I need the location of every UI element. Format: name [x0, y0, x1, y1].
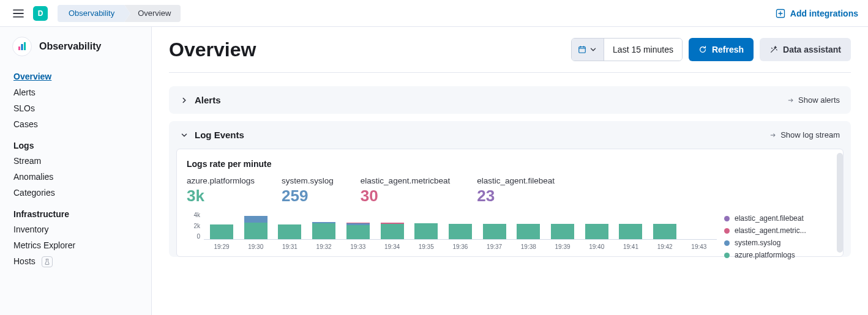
show-alerts-link[interactable]: Show alerts [787, 95, 840, 105]
breadcrumb-observability[interactable]: Observability [58, 5, 124, 22]
legend-item[interactable]: elastic_agent.metric... [724, 226, 828, 235]
legend-item[interactable]: elastic_agent.filebeat [724, 214, 828, 223]
legend-swatch [724, 240, 730, 246]
observability-icon [12, 37, 32, 56]
sidebar-item-cases[interactable]: Cases [0, 116, 151, 132]
stacked-bar [483, 224, 506, 240]
breadcrumb: Observability Overview [58, 5, 181, 22]
calendar-icon [578, 45, 586, 54]
stat-name: elastic_agent.filebeat [477, 176, 555, 185]
bar-column [446, 224, 474, 240]
stats-row: azure.platformlogs3ksystem.syslog259elas… [187, 176, 833, 206]
sidebar-item-slos[interactable]: SLOs [0, 100, 151, 116]
legend-item[interactable]: system.syslog [724, 239, 828, 247]
bar-column [583, 224, 611, 240]
scrollbar[interactable] [837, 153, 843, 253]
show-alerts-label: Show alerts [798, 95, 840, 105]
svg-rect-1 [18, 46, 20, 50]
legend-label: azure.platformlogs [735, 251, 795, 259]
time-picker-button[interactable] [572, 39, 604, 61]
sidebar-item-hosts[interactable]: Hosts [0, 253, 151, 270]
show-log-stream-label: Show log stream [780, 130, 840, 139]
bar-column [208, 224, 236, 240]
sidebar-section-logs: Logs [0, 132, 151, 153]
arrow-right-icon [769, 132, 777, 139]
sidebar-item-overview[interactable]: Overview [0, 69, 151, 84]
bar-column [481, 224, 509, 240]
x-tick: 19:39 [555, 243, 571, 250]
time-picker-label[interactable]: Last 15 minutes [604, 39, 682, 61]
stat-name: elastic_agent.metricbeat [361, 176, 450, 185]
stacked-bar [244, 216, 268, 240]
svg-rect-2 [21, 44, 23, 50]
bar-segment [244, 223, 268, 240]
bar-column [275, 224, 304, 240]
legend-swatch [724, 228, 730, 234]
bar-column [616, 224, 645, 240]
x-tick: 19:30 [248, 243, 263, 250]
chevron-down-icon [589, 45, 597, 54]
stacked-bar [346, 223, 370, 240]
x-tick: 19:38 [521, 243, 536, 250]
refresh-button[interactable]: Refresh [689, 38, 754, 61]
x-tick: 19:42 [657, 243, 673, 250]
sidebar-item-metrics-explorer[interactable]: Metrics Explorer [0, 237, 151, 253]
time-picker: Last 15 minutes [571, 38, 683, 61]
x-tick: 19:43 [691, 243, 706, 250]
bar-segment [585, 224, 608, 240]
sidebar-item-inventory[interactable]: Inventory [0, 221, 151, 237]
show-log-stream-link[interactable]: Show log stream [769, 130, 840, 139]
sidebar-item-alerts[interactable]: Alerts [0, 84, 151, 100]
legend-swatch [724, 216, 730, 221]
bar-segment [346, 225, 370, 240]
plus-in-box-icon [776, 9, 785, 18]
bar-segment [278, 224, 301, 240]
sidebar-item-categories[interactable]: Categories [0, 185, 151, 201]
stacked-bar [551, 224, 574, 240]
data-assistant-button[interactable]: Data assistant [760, 38, 851, 61]
stat-value: 259 [282, 187, 334, 206]
ytick: 2k [193, 223, 200, 229]
stat-name: system.syslog [282, 176, 334, 185]
bar-segment [381, 224, 404, 240]
beta-icon [42, 256, 53, 267]
bar-column [344, 223, 372, 240]
space-avatar[interactable]: D [33, 6, 48, 21]
bar-column [651, 224, 679, 240]
x-tick: 19:34 [384, 243, 400, 250]
legend-swatch [724, 253, 730, 258]
bar-column [412, 223, 440, 240]
sidebar-item-stream[interactable]: Stream [0, 153, 151, 169]
x-tick: 19:41 [623, 243, 638, 250]
legend-item[interactable]: azure.platformlogs [724, 251, 828, 259]
svg-rect-4 [579, 47, 586, 53]
stat-value: 3k [187, 187, 255, 206]
hamburger-icon [13, 8, 24, 19]
x-tick: 19:35 [419, 243, 434, 250]
arrow-right-icon [787, 97, 795, 104]
stacked-bar [312, 222, 335, 240]
sidebar-item-anomalies[interactable]: Anomalies [0, 169, 151, 185]
sidebar-section-infrastructure: Infrastructure [0, 201, 151, 221]
bar-segment [551, 224, 574, 240]
bar-segment [517, 224, 540, 240]
bar-segment [312, 223, 335, 240]
x-tick: 19:40 [589, 243, 604, 250]
menu-toggle[interactable] [10, 5, 27, 22]
chart-legend: elastic_agent.filebeatelastic_agent.metr… [724, 214, 828, 259]
add-integrations-link[interactable]: Add integrations [776, 9, 858, 18]
refresh-label: Refresh [712, 45, 744, 54]
chevron-right-icon[interactable] [180, 96, 189, 105]
stat-name: azure.platformlogs [187, 176, 255, 185]
bar-segment [414, 223, 438, 240]
ytick: 0 [196, 233, 200, 240]
bar-column [310, 222, 338, 240]
x-tick: 19:31 [282, 243, 297, 250]
stacked-bar [517, 224, 540, 240]
y-axis: 4k 2k 0 [187, 212, 204, 240]
chevron-down-icon[interactable] [180, 131, 189, 139]
stat-item: system.syslog259 [282, 176, 334, 206]
stat-item: elastic_agent.metricbeat30 [361, 176, 450, 206]
stacked-bar [619, 224, 642, 240]
bar-column [242, 216, 270, 240]
